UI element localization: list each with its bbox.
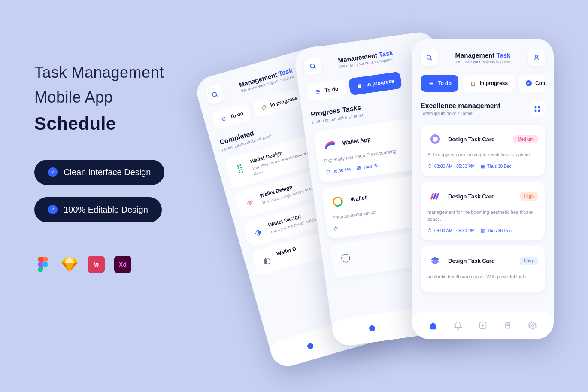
card-title: Design Task Card: [448, 136, 508, 143]
card-logo-icon: ◐: [258, 253, 274, 269]
svg-point-24: [532, 325, 534, 327]
tool-icons-row: in Xd: [34, 256, 232, 273]
svg-point-12: [535, 106, 537, 109]
tab-todo[interactable]: ☰To do: [211, 103, 252, 130]
tab-todo[interactable]: ☰To do: [306, 79, 346, 102]
date-meta: ▦Thus 30 Dec: [481, 164, 512, 169]
clock-icon: ⏱: [427, 164, 432, 169]
invision-icon: in: [88, 256, 105, 273]
time-meta: ⏱08:00 AM: [325, 166, 351, 175]
profile-icon[interactable]: [528, 49, 545, 66]
search-icon[interactable]: [303, 57, 322, 76]
card-logo-icon: [427, 131, 443, 147]
clock-icon: ⏱: [333, 226, 339, 231]
svg-point-1: [212, 92, 217, 97]
nav-clipboard-icon[interactable]: [502, 319, 514, 331]
time-meta: ⏱08:00 AM - 05:30 PM: [427, 164, 475, 169]
nav-settings-icon[interactable]: [527, 319, 539, 331]
grid-view-icon[interactable]: [530, 101, 545, 117]
svg-line-2: [216, 95, 218, 97]
calendar-icon: ▦: [356, 165, 361, 171]
card-logo-icon: ⬗: [250, 224, 266, 240]
figma-icon: [34, 256, 52, 273]
tab-todo[interactable]: ☰To do: [421, 75, 458, 92]
nav-home-icon[interactable]: ⬟: [303, 338, 318, 353]
phones-showcase: Management Task We make your projects ha…: [258, 17, 584, 386]
svg-line-5: [314, 67, 316, 69]
card-desc: aesthetic healthcare space. With powerfu…: [427, 273, 538, 280]
tab-inprogress[interactable]: 📋In progress: [348, 71, 402, 96]
check-icon: ✓: [48, 205, 58, 214]
svg-point-0: [43, 262, 48, 267]
clock-icon: ⏱: [325, 169, 331, 175]
task-card[interactable]: Design Task Card Medium At Prospyr we ar…: [421, 125, 545, 176]
svg-point-11: [535, 55, 537, 58]
time-meta: ⏱: [333, 226, 339, 231]
calendar-icon: ▦: [481, 164, 485, 169]
section-title: Excellence management: [421, 102, 500, 110]
app-title: Management Task: [455, 52, 511, 59]
time-meta: ⏱08:00 AM - 05:30 PM: [427, 228, 475, 233]
task-card[interactable]: Design Task Card High management for the…: [421, 182, 545, 240]
card-desc: management for the booming aesthetic hea…: [427, 209, 538, 223]
xd-icon: Xd: [114, 256, 131, 273]
card-desc: At Prospyr we are looking to revolutioni…: [427, 151, 538, 158]
priority-badge: Easy: [520, 257, 538, 265]
svg-point-9: [427, 55, 431, 59]
feature-pill-2: ✓ 100% Editable Design: [34, 197, 162, 222]
priority-badge: High: [520, 192, 538, 201]
date-meta: ▦Thus 30 Dec: [481, 228, 512, 234]
nav-add-icon[interactable]: [477, 319, 489, 331]
pill-1-label: Clean Interface Design: [64, 167, 151, 177]
promo-line3: Schedule: [34, 113, 232, 134]
tab-inprogress[interactable]: 📋In progress: [463, 75, 515, 92]
check-icon: ✓: [48, 167, 58, 177]
card-logo-icon: [329, 192, 347, 210]
svg-point-17: [433, 137, 438, 142]
card-logo-icon: [321, 136, 339, 153]
sketch-icon: [61, 256, 78, 273]
svg-line-10: [430, 59, 432, 60]
search-icon[interactable]: [421, 49, 438, 66]
pill-2-label: 100% Editable Design: [64, 205, 148, 215]
card-logo-icon: ◯: [337, 249, 355, 267]
nav-home-icon[interactable]: ⬟: [366, 322, 379, 335]
nav-bell-icon[interactable]: [452, 319, 464, 331]
card-logo-icon: ⣿: [232, 160, 248, 176]
tab-completed[interactable]: ✓Com: [519, 75, 545, 92]
card-title: Design Task Card: [448, 193, 515, 200]
app-subtitle: We make your projects happen!: [455, 60, 511, 64]
section-subtitle: Lorem ipsum dolor sit amet: [421, 111, 500, 116]
nav-home-icon[interactable]: [427, 319, 439, 331]
search-icon[interactable]: [204, 84, 225, 105]
priority-badge: Medium: [513, 135, 538, 143]
card-title: Design Task Card: [448, 258, 515, 264]
clock-icon: ⏱: [427, 228, 432, 233]
svg-point-15: [538, 110, 540, 112]
feature-pill-1: ✓ Clean Interface Design: [34, 160, 164, 185]
svg-point-14: [535, 110, 537, 112]
svg-point-13: [538, 106, 540, 109]
card-logo-icon: ✳: [242, 194, 258, 210]
card-logo-icon: [427, 189, 443, 204]
date-meta: ▦Thus 30: [356, 162, 379, 171]
tab-inprogress[interactable]: 📋In progress: [252, 88, 306, 119]
card-logo-icon: [427, 253, 443, 269]
phone-todo: Management Task We make your projects ha…: [412, 39, 554, 339]
task-card[interactable]: Design Task Card Easy aesthetic healthca…: [421, 246, 545, 292]
bottom-nav: [412, 312, 554, 339]
calendar-icon: ▦: [481, 228, 485, 234]
